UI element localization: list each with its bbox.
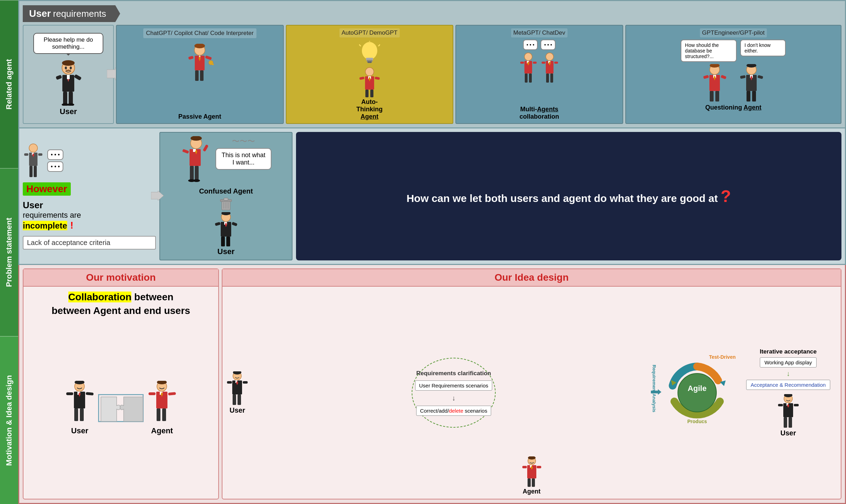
svg-rect-148: [794, 404, 799, 406]
user-puzzle-svg: [65, 381, 95, 426]
multi-agent-figures: [519, 52, 559, 84]
right-flow-area: Iterative acceptance Working App display…: [739, 348, 837, 437]
svg-point-94: [193, 179, 200, 182]
svg-rect-9: [63, 92, 67, 104]
svg-rect-82: [34, 166, 37, 177]
auto-agent-column: AutoGPT/ DemoGPT: [286, 25, 454, 124]
agents-row: Please help me do something...: [23, 25, 841, 124]
svg-rect-127: [162, 408, 166, 421]
problem-user-label: User: [23, 200, 43, 210]
row3-motivation: Our motivation Collaboration between bet…: [18, 265, 846, 504]
test-driven-label: Test-Driven: [709, 354, 736, 360]
steam-icon: 〜〜〜: [232, 136, 255, 147]
passive-agent-figure: [186, 44, 214, 82]
idea-right-user-label: User: [780, 429, 796, 437]
svg-line-32: [359, 44, 361, 46]
svg-rect-109: [226, 237, 230, 246]
problem-question-text: How can we let both users and agent do w…: [406, 184, 731, 209]
agent-motivation-label: Agent: [151, 426, 173, 435]
svg-rect-64: [710, 91, 714, 102]
svg-point-26: [362, 42, 377, 59]
idea-header: Our Idea design: [222, 269, 841, 287]
svg-rect-136: [238, 394, 241, 405]
problem-left: • • • • • • However User requirements ar…: [23, 132, 156, 260]
svg-rect-62: [703, 75, 709, 79]
row1-related-agent: User requirements Please help me do some…: [18, 0, 846, 128]
svg-rect-86: [203, 144, 209, 152]
svg-rect-72: [758, 75, 764, 79]
questioning-user-figure: [738, 64, 765, 103]
idea-body: User Requirements clarification User Req…: [222, 287, 841, 499]
down-arrow-2: ↓: [786, 370, 790, 378]
svg-rect-107: [232, 222, 238, 226]
idea-right-user-svg: [777, 394, 800, 429]
req-clarification-label: Requirements clarification: [416, 370, 491, 377]
speech-bubbles-multi: • • • • • •: [523, 40, 556, 50]
svg-rect-55: [546, 74, 549, 83]
collab-between: between: [134, 292, 173, 302]
speech-bubble-dots2: • • •: [47, 161, 63, 172]
svg-rect-124: [149, 392, 156, 395]
row2-problem: • • • • • • However User requirements ar…: [18, 128, 846, 265]
confused-agent-svg: [180, 136, 212, 185]
svg-rect-135: [233, 394, 236, 405]
multi-agents-label: Multi-Agentscollaboration: [520, 106, 559, 120]
svg-rect-29: [367, 61, 372, 63]
trash-icon: [219, 197, 233, 211]
confused-agent-label: Confused Agent: [199, 187, 253, 195]
svg-rect-19: [188, 56, 194, 59]
puzzle-connection: User: [27, 321, 215, 495]
speech-bubble-q1: How should the database be structured?..…: [681, 40, 737, 62]
user-requirements-label: User requirements: [23, 5, 120, 22]
passive-agent-column: ChatGPT/ Copilot Chat/ Code Interpreter: [116, 25, 284, 124]
questioning-conversation: How should the database be structured?..…: [681, 40, 786, 62]
svg-rect-133: [227, 381, 232, 384]
acceptance-rec-box: Acceptance & Recommendation: [746, 380, 830, 390]
motivation-section: Our motivation Collaboration between bet…: [23, 268, 219, 499]
question-mark: ?: [721, 187, 731, 205]
agent-puzzle-svg: [147, 381, 177, 426]
svg-rect-7: [56, 75, 62, 80]
row1-header: User requirements: [23, 5, 841, 22]
svg-point-41: [524, 53, 532, 61]
user-figure-label: User: [60, 107, 77, 116]
down-arrow: ↓: [452, 394, 455, 402]
svg-rect-81: [29, 166, 33, 177]
puzzle-svg: [99, 395, 145, 423]
speech-bubble-dots1: • • •: [47, 149, 63, 160]
puzzle-pieces: [98, 394, 144, 422]
user-puzzle-figure: User: [65, 381, 95, 435]
user-motivation-label: User: [71, 426, 88, 435]
incomplete-text: incomplete: [23, 221, 67, 230]
questioning-agent-column: GPTEngineer/GPT-pilot How should the dat…: [625, 25, 841, 124]
user-speech-text: Please help me do something...: [44, 36, 93, 50]
sidebar-label-motivation: Motivation & Idea design: [0, 336, 18, 504]
questioning-agent-figure: [702, 64, 728, 103]
requirements-oval: Requirements clarification User Requirem…: [412, 358, 496, 428]
svg-point-138: [678, 373, 716, 412]
motivation-body: Collaboration between between Agent and …: [23, 287, 218, 499]
idea-left-user-svg: [226, 371, 249, 406]
idea-left-user-label: User: [229, 406, 245, 414]
auto-agent-title: AutoGPT/ DemoGPT: [339, 28, 400, 37]
multi-agents-title: MetaGPT/ ChatDev: [511, 28, 567, 37]
svg-rect-48: [529, 74, 532, 83]
svg-rect-20: [205, 55, 212, 60]
delete-text: delete: [449, 408, 463, 414]
svg-rect-37: [359, 77, 364, 80]
sidebar-label-problem: Problem statement: [0, 168, 18, 336]
svg-rect-79: [24, 153, 28, 156]
user-label-header: User: [29, 8, 51, 19]
svg-rect-45: [520, 62, 524, 64]
lightbulb-icon: [359, 41, 380, 65]
user-figure-svg: [53, 60, 84, 106]
svg-rect-8: [74, 74, 82, 80]
svg-rect-125: [168, 392, 176, 396]
svg-rect-156: [522, 466, 527, 468]
svg-rect-74: [752, 91, 756, 102]
however-area: • • • • • •: [23, 143, 156, 178]
working-app-box: Working App display: [760, 357, 817, 368]
questioning-agent-label: Questioning Agent: [705, 104, 761, 111]
svg-rect-24: [212, 64, 214, 65]
correct-add-delete-box: Correct/add/delete scenarios: [416, 406, 491, 416]
